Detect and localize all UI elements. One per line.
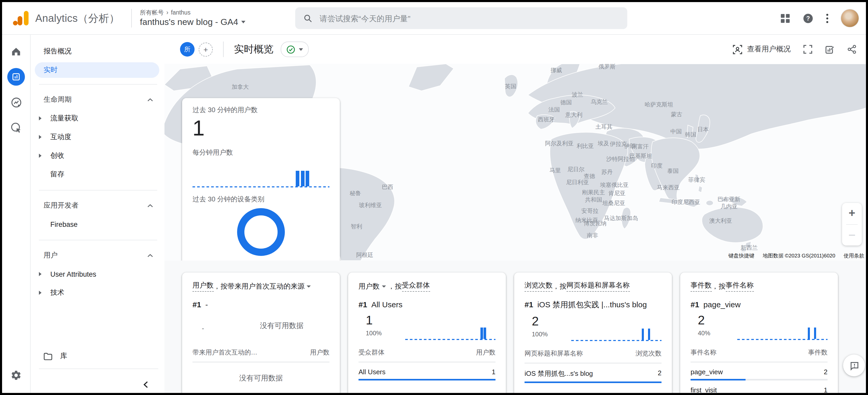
customize-report-icon[interactable] [825,44,835,54]
add-collection-button[interactable]: + [199,42,213,56]
card-sparkline [571,314,661,341]
card-table-header: 带来用户首次互动的…用户数 [192,348,330,362]
reports-icon-selected[interactable] [7,68,25,86]
expand-arrow-icon [39,116,41,120]
map-label: 肯尼亚 [608,190,625,197]
sidebar-item-monetization[interactable]: 创收 [31,146,164,165]
table-row: page_view2 [690,362,828,376]
sidebar-item-tech[interactable]: 技术 [31,283,164,302]
sidebar-item-label: 库 [60,352,67,361]
row-value: 2 [658,369,661,378]
report-card-2: 用户数，按 受众群体#1All Users1100%受众群体用户数All Use… [348,273,506,393]
map-label: 韩国 [685,131,696,139]
sidebar-item-label: 创收 [50,151,64,160]
map-label: 日本 [697,126,709,133]
device-donut-chart [237,208,285,256]
analytics-logo[interactable] [11,9,30,27]
spark-bar [296,171,300,186]
row-progress-track [359,379,495,381]
card-metric-selector[interactable]: 浏览次数 [525,281,553,292]
row-progress-track [525,382,661,383]
sidebar-item-retention[interactable]: 留存 [31,165,164,184]
search-icon [304,14,312,23]
apps-grid-icon[interactable] [780,13,790,23]
kebab-menu-icon[interactable] [826,13,829,23]
card-dimension-selector[interactable]: 带来用户首次互动的来源 [227,281,305,291]
help-icon[interactable]: ? [803,13,813,24]
keyboard-shortcuts-link[interactable]: 键盘快捷键 [727,251,756,261]
fullscreen-icon[interactable] [803,44,812,54]
report-toolbar: 所 + 实时概览 [164,35,866,64]
property-selector[interactable]: fanthus's new blog - GA4 [140,17,245,28]
admin-gear-icon[interactable] [6,365,27,386]
no-data-label: 没有可用数据 [234,313,330,340]
zoom-in-button[interactable]: + [842,203,862,224]
top-entry-name: All Users [371,300,402,309]
device-category-label: 过去 30 分钟的设备类别 [192,195,330,204]
map-label: 安哥拉 [581,208,598,215]
world-map[interactable]: 俄罗斯挪威英国加拿大波兰德国乌克兰法国意大利西班牙美国哈萨克斯坦蒙古中国韩国日本… [164,64,866,261]
map-label: 智利 [351,223,362,231]
view-user-snapshot-button[interactable]: 查看用户概况 [733,44,791,54]
users-per-minute-chart [192,159,330,187]
divider [39,84,157,85]
sidebar-item-label: 互动度 [50,132,71,142]
map-label: 玻利维亚 [359,202,382,209]
breadcrumb-all-accounts[interactable]: 所有帐号 [140,8,164,16]
breadcrumb-org[interactable]: fanthus [171,8,190,16]
card-title: 用户数，按 带来用户首次互动的来源 [192,281,330,292]
sidebar-item-report-snapshot[interactable]: 报告概况 [31,43,164,60]
data-quality-badge[interactable] [281,41,309,57]
card-metric-selector[interactable]: 用户数 [192,281,214,292]
table-col-value: 事件数 [808,348,828,357]
share-icon[interactable] [847,44,857,54]
map-label: 德国 [560,99,572,107]
avatar[interactable] [841,9,859,27]
terms-link[interactable]: 使用条款 [842,251,866,261]
sidebar-section-app-developer[interactable]: 应用开发者 [31,196,164,215]
sidebar-item-firebase[interactable]: Firebase [31,215,164,234]
sidebar-item-label: 实时 [43,65,58,75]
sidebar-section-user[interactable]: 用户 [31,246,164,265]
card-title-separator: ，按 [388,281,402,291]
row-value: 2 [824,368,828,376]
card-top-entry: #1All Users [359,300,495,309]
collection-chip[interactable]: 所 [180,42,194,57]
feedback-button[interactable] [843,355,865,376]
sidebar-item-realtime-selected[interactable]: 实时 [35,62,159,78]
page-title: 实时概览 [234,42,273,56]
advertising-icon[interactable] [6,117,27,138]
card-title: 用户数，按 受众群体 [359,281,495,292]
search-input[interactable] [318,13,604,23]
rank-label: #1 [525,300,533,309]
header-divider [131,9,131,28]
sidebar-item-acquisition[interactable]: 流量获取 [31,109,164,128]
table-col-dimension: 带来用户首次互动的… [192,348,257,357]
top-entry-value: 2 [698,313,735,328]
card-metric-selector[interactable]: 用户数 [359,281,379,291]
search-bar[interactable] [295,7,627,29]
map-label: 蒙古 [671,111,682,118]
view-user-snapshot-label: 查看用户概况 [747,44,791,54]
sidebar-item-engagement[interactable]: 互动度 [31,128,164,146]
explore-icon[interactable] [6,92,27,113]
zoom-out-button[interactable]: − [842,224,862,245]
collapse-sidebar-icon[interactable] [143,381,149,390]
row-name: first_visit [690,386,717,393]
card-metric-selector[interactable]: 事件数 [690,281,712,292]
chevron-up-icon [147,253,153,257]
sidebar-section-lifecycle[interactable]: 生命周期 [31,90,164,109]
card-mid-row: -没有可用数据 [192,313,330,340]
home-icon[interactable] [6,41,27,62]
card-dimension-selector[interactable]: 网页标题和屏幕名称 [566,281,629,292]
map-label: 乌克兰 [591,99,608,106]
map-label: 巴布亚新 几内亚 [717,196,740,210]
card-dimension-selector[interactable]: 受众群体 [402,281,430,292]
sidebar-item-user-attributes[interactable]: User Attributes [31,265,164,283]
map-data-credit: 地图数据 ©2023 GS(2011)6020 [761,251,837,261]
sidebar-item-library[interactable]: 库 [43,352,67,361]
map-label: 尼日利亚 [566,179,589,186]
map-label: 印度 [651,162,662,170]
card-dimension-selector[interactable]: 事件名称 [725,281,753,292]
sidebar-item-label: 技术 [50,288,64,297]
